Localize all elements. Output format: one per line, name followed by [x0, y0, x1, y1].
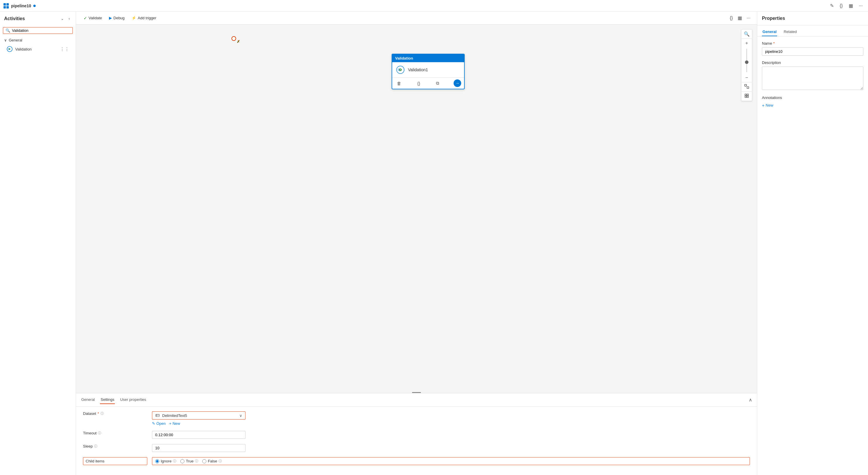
expand-icon — [744, 94, 749, 98]
sleep-info-icon[interactable]: ⓘ — [94, 444, 97, 448]
validation-activity-icon — [6, 46, 13, 52]
timeout-input[interactable] — [152, 431, 246, 439]
validate-label: Validate — [89, 16, 102, 20]
zoom-out-btn[interactable]: − — [743, 73, 750, 82]
child-items-label: Child items — [83, 457, 147, 465]
timeout-info-icon[interactable]: ⓘ — [98, 431, 101, 435]
bottom-panel: General Settings User properties ∧ Datas… — [76, 393, 757, 475]
tab-user-properties[interactable]: User properties — [120, 396, 147, 404]
toolbar-view-btn[interactable]: ▦ — [736, 14, 744, 22]
sidebar: Activities ⌄ ‹ 🔍 ∨ General — [0, 12, 76, 475]
more-options-btn[interactable]: ··· — [857, 2, 865, 10]
add-annotation-btn[interactable]: + New — [762, 103, 773, 108]
new-label: New — [173, 421, 180, 426]
dataset-icon — [155, 413, 160, 418]
radio-true[interactable]: True ⓘ — [180, 459, 198, 463]
dataset-select[interactable]: DelimitedText5 ∨ — [152, 411, 246, 419]
sidebar-item-dots-icon[interactable]: ⋮⋮ — [60, 46, 69, 52]
add-new-label: New — [766, 103, 773, 107]
radio-ignore-label: Ignore — [161, 459, 172, 463]
tab-settings[interactable]: Settings — [100, 396, 115, 404]
canvas-separator — [412, 392, 421, 393]
grid-view-btn[interactable]: ▦ — [847, 2, 855, 10]
dataset-new-btn[interactable]: + New — [169, 421, 180, 426]
name-required-star: * — [773, 41, 775, 45]
true-info-icon[interactable]: ⓘ — [195, 459, 198, 463]
app-title: pipeline10 — [11, 3, 31, 8]
dataset-info-icon[interactable]: ⓘ — [100, 411, 104, 416]
validate-check-icon: ✓ — [84, 16, 87, 21]
dataset-label: Dataset * ⓘ — [83, 411, 147, 416]
add-new-plus-icon: + — [762, 103, 765, 108]
toolbar-code-btn[interactable]: {} — [728, 14, 735, 22]
child-items-row: Child items Ignore ⓘ True — [83, 457, 750, 465]
chevron-down-icon: ∨ — [4, 38, 7, 42]
node-delete-btn[interactable]: 🗑 — [395, 80, 403, 87]
sleep-input[interactable] — [152, 444, 246, 452]
validation-node[interactable]: Validation Validation1 🗑 {} — [392, 54, 465, 89]
child-items-control: Ignore ⓘ True ⓘ False ⓘ — [152, 457, 750, 465]
node-copy-btn[interactable]: ⧉ — [434, 80, 441, 87]
toolbar-more-btn[interactable]: ··· — [745, 14, 752, 22]
radio-ignore-input[interactable] — [155, 459, 159, 463]
dataset-open-btn[interactable]: ✎ Open — [152, 421, 166, 426]
tab-general[interactable]: General — [81, 396, 95, 404]
collapse-chevron-btn[interactable]: ⌄ — [59, 15, 66, 22]
search-box: 🔍 — [3, 27, 73, 34]
timeout-control — [152, 431, 750, 439]
sidebar-general-header[interactable]: ∨ General — [4, 38, 71, 42]
node-go-btn[interactable]: → — [454, 79, 461, 87]
annotations-label: Annotations — [762, 96, 863, 100]
code-view-btn[interactable]: {} — [838, 2, 845, 10]
prop-tab-related[interactable]: Related — [783, 28, 797, 36]
add-trigger-btn[interactable]: ⚡ Add trigger — [129, 14, 159, 22]
prop-tab-general[interactable]: General — [762, 28, 777, 36]
debug-btn[interactable]: ▶ Debug — [106, 14, 127, 22]
panel-collapse-btn[interactable]: ∧ — [749, 397, 752, 403]
collapse-sidebar-btn[interactable]: ‹ — [67, 15, 71, 22]
bottom-panel-header: General Settings User properties ∧ — [76, 393, 757, 407]
svg-rect-8 — [747, 94, 748, 96]
sidebar-title: Activities — [4, 16, 25, 21]
node-body: Validation1 — [392, 62, 464, 77]
node-connector-top — [231, 36, 236, 41]
sleep-row: Sleep ⓘ — [83, 444, 750, 452]
properties-panel: Properties General Related Name * Descri… — [757, 12, 868, 475]
radio-true-input[interactable] — [180, 459, 184, 463]
pencil-icon: ✎ — [152, 421, 155, 426]
svg-point-14 — [400, 69, 401, 70]
dataset-required-star: * — [98, 411, 99, 416]
properties-title: Properties — [762, 16, 785, 21]
radio-true-label: True — [186, 459, 193, 463]
prop-description-field: Description — [762, 61, 863, 91]
edit-icon-btn[interactable]: ✎ — [828, 2, 836, 10]
fit-icon — [744, 84, 749, 89]
node-skip-icon: ✓ — [237, 39, 240, 44]
dataset-control: DelimitedText5 ∨ ✎ Open + New — [152, 411, 750, 426]
expand-canvas-btn[interactable] — [742, 92, 751, 101]
svg-rect-9 — [745, 96, 746, 98]
dataset-select-text: DelimitedText5 — [162, 413, 237, 418]
svg-rect-15 — [156, 414, 159, 417]
false-info-icon[interactable]: ⓘ — [219, 459, 222, 463]
radio-false[interactable]: False ⓘ — [202, 459, 222, 463]
prop-name-input[interactable] — [762, 47, 863, 56]
node-header: Validation — [392, 54, 464, 62]
zoom-in-btn[interactable]: + — [743, 39, 750, 47]
prop-description-textarea[interactable] — [762, 67, 863, 90]
prop-name-field: Name * — [762, 41, 863, 56]
radio-false-input[interactable] — [202, 459, 206, 463]
ignore-info-icon[interactable]: ⓘ — [173, 459, 176, 463]
search-canvas-btn[interactable]: 🔍 — [741, 30, 752, 38]
fit-canvas-btn[interactable] — [742, 82, 751, 91]
sidebar-item-validation[interactable]: Validation ⋮⋮ — [4, 44, 71, 54]
annotations-section: Annotations + New — [762, 96, 863, 108]
node-code-btn[interactable]: {} — [415, 80, 422, 87]
properties-content: Name * Description Annotations + New — [757, 36, 868, 475]
search-input[interactable] — [12, 28, 70, 33]
validate-btn[interactable]: ✓ Validate — [81, 14, 105, 22]
svg-rect-4 — [747, 87, 749, 89]
sidebar-item-validation-label: Validation — [15, 47, 32, 52]
radio-ignore[interactable]: Ignore ⓘ — [155, 459, 176, 463]
plus-icon: + — [169, 421, 172, 426]
